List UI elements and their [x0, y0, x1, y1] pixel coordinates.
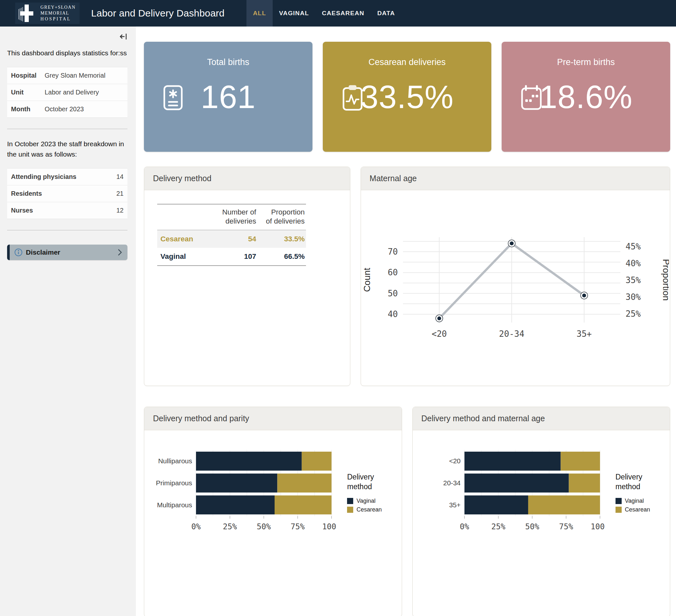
value-box-total-births: Total births	[144, 42, 313, 152]
svg-text:75%: 75%	[559, 522, 573, 531]
card-delivery-maternal-age: Delivery method and maternal age <2020-3…	[412, 407, 671, 616]
staff-label: Nurses	[7, 202, 110, 219]
calendar-icon	[521, 85, 542, 112]
column-header: Number of deliveries	[209, 204, 258, 230]
row-label: Cesarean	[157, 230, 209, 248]
info-label: Month	[7, 101, 43, 117]
card-delivery-method: Delivery method Number of deliveries Pro…	[144, 167, 350, 386]
info-table: Hospital Grey Sloan Memorial Unit Labor …	[7, 67, 127, 118]
svg-text:35%: 35%	[626, 275, 641, 285]
staff-table: Attending physicians 14 Residents 21 Nur…	[7, 168, 127, 219]
info-label: Hospital	[7, 67, 43, 84]
staff-value: 12	[110, 202, 127, 219]
chart-legend: Delivery methodVaginalCesarean	[347, 472, 396, 513]
sidebar-intro: This dashboard displays statistics for:s…	[7, 48, 127, 59]
svg-text:35+: 35+	[577, 329, 592, 339]
svg-text:100%: 100%	[322, 522, 336, 531]
cell-proportion: 33.5%	[258, 230, 306, 248]
legend-item: Cesarean	[347, 506, 396, 513]
legend-swatch	[616, 507, 622, 513]
card-title: Maternal age	[361, 167, 670, 190]
tab-all[interactable]: ALL	[246, 0, 273, 26]
row-label: Vaginal	[157, 248, 209, 266]
svg-text:0%: 0%	[191, 522, 201, 531]
svg-text:60: 60	[388, 268, 398, 277]
svg-text:25%: 25%	[626, 309, 641, 319]
svg-text:40: 40	[388, 309, 398, 319]
svg-text:Count: Count	[362, 268, 372, 292]
page-title: Labor and Delivery Dashboard	[91, 8, 225, 19]
svg-text:Multiparous: Multiparous	[157, 501, 192, 509]
svg-text:50: 50	[388, 289, 398, 298]
svg-text:20-34: 20-34	[443, 479, 461, 487]
chart-legend: Delivery methodVaginalCesarean	[616, 472, 664, 513]
staff-label: Attending physicians	[7, 168, 110, 185]
divider	[7, 129, 127, 129]
card-title: Delivery method	[144, 167, 350, 190]
legend-item: Cesarean	[616, 506, 664, 513]
info-icon	[14, 248, 23, 257]
svg-text:20-34: 20-34	[499, 329, 524, 339]
staff-intro: In October 2023 the staff breakdown in t…	[7, 139, 127, 160]
svg-text:25%: 25%	[223, 522, 237, 531]
value-box-value: 161	[201, 78, 256, 115]
collapse-arrow-icon	[119, 32, 128, 41]
value-box-cesarean: Cesarean deliveries 33.5%	[323, 42, 491, 152]
staff-value: 21	[110, 185, 127, 202]
svg-text:Primiparous: Primiparous	[156, 479, 192, 487]
table-row-vaginal: Vaginal 107 66.5%	[157, 248, 306, 266]
card-maternal-age: Maternal age 4050607025%30%35%40%45%<202…	[361, 167, 670, 386]
svg-text:75%: 75%	[291, 522, 305, 531]
svg-text:50%: 50%	[525, 522, 540, 531]
info-value: Grey Sloan Memorial	[43, 67, 127, 84]
age-stacked-bar-chart: <2020-3435+0%25%50%75%100%	[418, 447, 605, 538]
legend-item: Vaginal	[616, 498, 664, 504]
svg-text:25%: 25%	[491, 522, 506, 531]
value-box-preterm: Pre-term births	[502, 42, 670, 152]
info-value: Labor and Delivery	[43, 84, 127, 101]
svg-text:<20: <20	[432, 329, 447, 339]
legend-item: Vaginal	[347, 498, 396, 504]
table-row: Residents 21	[7, 185, 127, 202]
table-row-cesarean: Cesarean 54 33.5%	[157, 230, 306, 248]
table-row: Month October 2023	[7, 101, 127, 117]
file-medical-icon	[163, 85, 183, 112]
tab-vaginal[interactable]: VAGINAL	[273, 0, 316, 26]
delivery-method-table: Number of deliveries Proportion of deliv…	[157, 204, 306, 266]
svg-text:0%: 0%	[460, 522, 469, 531]
chevron-right-icon	[118, 248, 122, 256]
svg-text:70: 70	[388, 247, 398, 257]
svg-text:40%: 40%	[626, 259, 641, 268]
svg-text:45%: 45%	[626, 242, 641, 251]
svg-text:100%: 100%	[590, 522, 605, 531]
cell-count: 107	[209, 248, 258, 266]
svg-text:35+: 35+	[449, 501, 461, 509]
legend-swatch	[347, 507, 353, 513]
tab-caesarean[interactable]: CAESAREAN	[315, 0, 371, 26]
divider	[7, 230, 127, 230]
value-box-row: Total births	[144, 42, 670, 152]
logo-cross-icon	[18, 3, 37, 23]
svg-text:Nulliparous: Nulliparous	[158, 457, 192, 464]
cell-proportion: 66.5%	[258, 248, 306, 266]
svg-text:<20: <20	[449, 457, 461, 464]
legend-swatch	[347, 498, 353, 504]
parity-stacked-bar-chart: NulliparousPrimiparousMultiparous0%25%50…	[150, 447, 336, 538]
sidebar: This dashboard displays statistics for:s…	[0, 26, 136, 616]
svg-text:30%: 30%	[626, 292, 641, 302]
app-header: GREY+SLOAN MEMORIAL HOSPITAL Labor and D…	[0, 0, 676, 26]
info-label: Unit	[7, 84, 43, 101]
table-row: Nurses 12	[7, 202, 127, 219]
tab-data[interactable]: DATA	[371, 0, 401, 26]
table-row: Unit Labor and Delivery	[7, 84, 127, 101]
table-row: Attending physicians 14	[7, 168, 127, 185]
card-delivery-parity: Delivery method and parity NulliparousPr…	[144, 407, 402, 616]
disclaimer-accordion[interactable]: Disclaimer	[7, 244, 127, 260]
sidebar-collapse-button[interactable]	[119, 32, 128, 42]
cell-count: 54	[209, 230, 258, 248]
value-box-value: 18.6%	[539, 78, 633, 115]
main-content: Total births	[136, 26, 676, 616]
hospital-logo: GREY+SLOAN MEMORIAL HOSPITAL	[15, 3, 79, 24]
disclaimer-label: Disclaimer	[26, 248, 118, 256]
table-row: Hospital Grey Sloan Memorial	[7, 67, 127, 84]
